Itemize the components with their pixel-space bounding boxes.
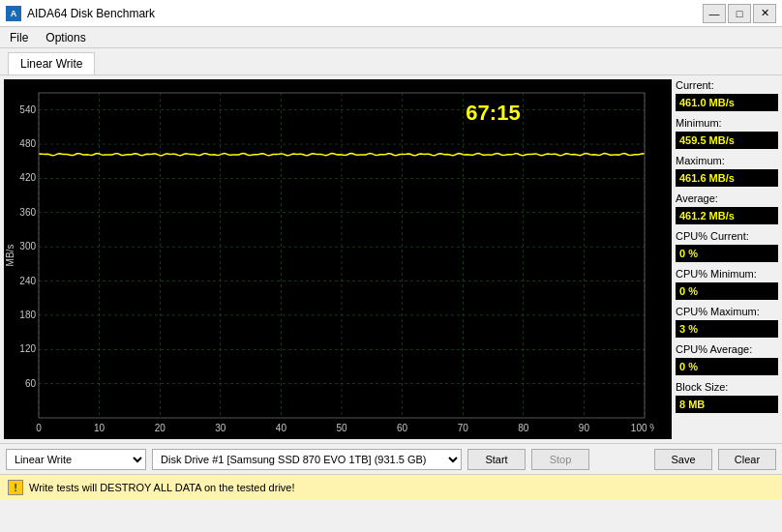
start-button[interactable]: Start [467,449,526,470]
test-select[interactable]: Linear Write Linear Read Random Write Ra… [6,449,146,470]
app-icon: A [6,6,21,21]
block-size-label: Block Size: [676,381,778,393]
maximize-button[interactable]: □ [728,4,751,23]
average-value: 461.2 MB/s [676,207,778,224]
cpu-minimum-value: 0 % [676,282,778,300]
menu-file[interactable]: File [6,29,32,46]
menu-options[interactable]: Options [42,29,89,46]
save-button[interactable]: Save [654,449,712,470]
cpu-average-value: 0 % [676,358,778,375]
menu-bar: File Options [0,27,782,48]
bottom-controls: Linear Write Linear Read Random Write Ra… [0,443,782,474]
title-bar: A AIDA64 Disk Benchmark — □ ✕ [0,0,782,27]
window-controls: — □ ✕ [703,4,776,23]
main-area: Current: 461.0 MB/s Minimum: 459.5 MB/s … [0,75,782,443]
minimum-label: Minimum: [676,117,778,129]
chart-area [4,79,672,439]
tab-linear-write[interactable]: Linear Write [8,52,95,74]
maximum-value: 461.6 MB/s [676,169,778,187]
current-label: Current: [676,79,778,91]
window-title: AIDA64 Disk Benchmark [27,7,155,20]
warning-icon: ! [8,480,23,495]
cpu-minimum-label: CPU% Minimum: [676,268,778,280]
clear-button[interactable]: Clear [718,449,776,470]
minimize-button[interactable]: — [703,4,726,23]
cpu-maximum-label: CPU% Maximum: [676,306,778,317]
maximum-label: Maximum: [676,155,778,166]
warning-bar: ! Write tests will DESTROY ALL DATA on t… [0,474,782,499]
average-label: Average: [676,192,778,204]
minimum-value: 459.5 MB/s [676,132,778,149]
close-button[interactable]: ✕ [753,4,776,23]
stats-panel: Current: 461.0 MB/s Minimum: 459.5 MB/s … [676,75,782,443]
cpu-current-label: CPU% Current: [676,230,778,242]
stop-button[interactable]: Stop [531,449,589,470]
block-size-value: 8 MB [676,396,778,413]
current-value: 461.0 MB/s [676,94,778,111]
cpu-current-value: 0 % [676,245,778,262]
tab-bar: Linear Write [0,48,782,75]
warning-text: Write tests will DESTROY ALL DATA on the… [29,482,295,493]
drive-select[interactable]: Disk Drive #1 [Samsung SSD 870 EVO 1TB] … [152,449,462,470]
cpu-average-label: CPU% Average: [676,343,778,355]
cpu-maximum-value: 3 % [676,320,778,338]
